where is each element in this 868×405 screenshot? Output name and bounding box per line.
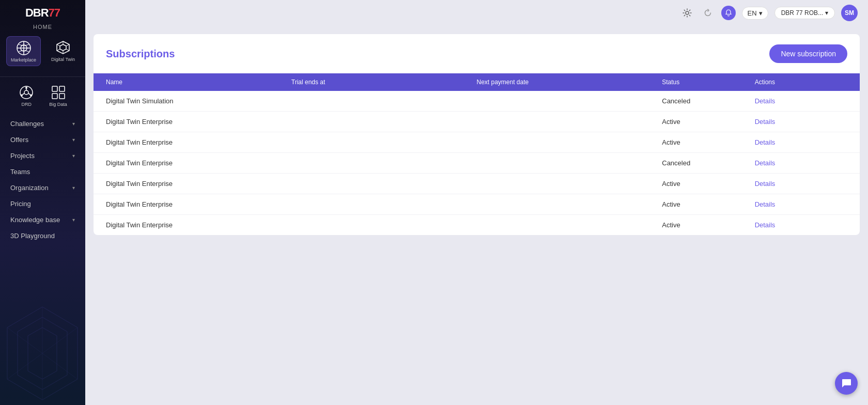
details-link-4[interactable]: Details xyxy=(755,180,776,188)
home-label: HOME xyxy=(33,24,52,30)
col-actions: Actions xyxy=(755,79,847,86)
svg-point-13 xyxy=(24,90,28,95)
sidebar-item-digital-twin[interactable]: Digital Twin xyxy=(47,36,79,66)
refresh-icon[interactable] xyxy=(701,6,715,20)
col-status: Status xyxy=(662,79,754,86)
svg-marker-26 xyxy=(28,328,57,379)
notification-button[interactable] xyxy=(721,6,736,20)
digital-twin-icon xyxy=(55,39,71,56)
cell-name-0: Digital Twin Simulation xyxy=(106,97,291,105)
cell-status-5: Active xyxy=(662,200,754,208)
col-trial: Trial ends at xyxy=(291,79,477,86)
cell-action-4: Details xyxy=(755,180,847,188)
svg-line-28 xyxy=(7,328,78,379)
cell-name-1: Digital Twin Enterprise xyxy=(106,118,291,126)
subscriptions-card: Subscriptions New subscription Name Tria… xyxy=(94,34,860,235)
language-selector[interactable]: EN ▾ xyxy=(742,7,768,20)
svg-marker-25 xyxy=(18,317,67,390)
digital-twin-label: Digital Twin xyxy=(51,57,75,62)
settings-icon[interactable] xyxy=(680,6,694,20)
sidebar-nav-item-challenges[interactable]: Challenges ▾ xyxy=(6,116,79,131)
table-row: Digital Twin Enterprise Active Details xyxy=(94,215,860,235)
drd-icon xyxy=(18,84,35,101)
lang-chevron: ▾ xyxy=(759,9,763,17)
sidebar-nav-item-organization[interactable]: Organization ▾ xyxy=(6,180,79,195)
table-header: Name Trial ends at Next payment date Sta… xyxy=(94,73,860,91)
nav-label-offers: Offers xyxy=(10,136,28,144)
table-row: Digital Twin Enterprise Active Details xyxy=(94,194,860,215)
cell-name-4: Digital Twin Enterprise xyxy=(106,180,291,188)
sidebar-nav-item-projects[interactable]: Projects ▾ xyxy=(6,148,79,163)
svg-rect-23 xyxy=(59,94,65,99)
cell-name-6: Digital Twin Enterprise xyxy=(106,221,291,229)
cell-action-0: Details xyxy=(755,97,847,105)
sidebar: DBR77 HOME Marketplace xyxy=(0,0,85,405)
cell-action-2: Details xyxy=(755,138,847,146)
svg-line-18 xyxy=(28,94,30,95)
sidebar-nav-item-teams[interactable]: Teams xyxy=(6,164,79,179)
sidebar-bg-graphic xyxy=(0,302,85,405)
svg-line-7 xyxy=(66,44,69,46)
sidebar-nav: Challenges ▾ Offers ▾ Projects ▾ Teams O… xyxy=(0,116,85,243)
big-data-icon xyxy=(50,84,67,101)
svg-line-11 xyxy=(57,44,60,46)
table-body: Digital Twin Simulation Canceled Details… xyxy=(94,91,860,235)
nav-chevron-challenges: ▾ xyxy=(72,121,75,127)
avatar[interactable]: SM xyxy=(841,5,858,21)
cell-status-0: Canceled xyxy=(662,97,754,105)
cell-status-6: Active xyxy=(662,221,754,229)
details-link-0[interactable]: Details xyxy=(755,97,776,105)
details-link-2[interactable]: Details xyxy=(755,138,776,146)
details-link-3[interactable]: Details xyxy=(755,159,776,167)
table-row: Digital Twin Enterprise Active Details xyxy=(94,174,860,194)
logo-dbr: DBR xyxy=(25,6,49,19)
svg-point-30 xyxy=(686,11,689,14)
nav-label-pricing: Pricing xyxy=(10,200,31,208)
sidebar-nav-item-pricing[interactable]: Pricing xyxy=(6,196,79,211)
details-link-5[interactable]: Details xyxy=(755,200,776,208)
cell-status-1: Active xyxy=(662,118,754,126)
nav-chevron-offers: ▾ xyxy=(72,137,75,143)
sidebar-item-marketplace[interactable]: Marketplace xyxy=(6,36,41,66)
nav-chevron-projects: ▾ xyxy=(72,153,75,159)
main-content: EN ▾ DBR 77 ROB... ▾ SM Subscriptions Ne… xyxy=(85,0,868,405)
header: EN ▾ DBR 77 ROB... ▾ SM xyxy=(85,0,868,26)
nav-label-challenges: Challenges xyxy=(10,120,44,128)
new-subscription-button[interactable]: New subscription xyxy=(769,44,847,63)
details-link-1[interactable]: Details xyxy=(755,118,776,126)
col-payment: Next payment date xyxy=(477,79,662,86)
sidebar-nav-item-offers[interactable]: Offers ▾ xyxy=(6,132,79,147)
content-area: Subscriptions New subscription Name Tria… xyxy=(85,26,868,405)
table-row: Digital Twin Enterprise Active Details xyxy=(94,112,860,132)
svg-line-29 xyxy=(7,328,78,379)
cell-name-5: Digital Twin Enterprise xyxy=(106,200,291,208)
logo-number: 77 xyxy=(49,6,60,19)
cell-action-3: Details xyxy=(755,159,847,167)
marketplace-label: Marketplace xyxy=(11,57,36,63)
table-row: Digital Twin Enterprise Active Details xyxy=(94,132,860,153)
cell-status-3: Canceled xyxy=(662,159,754,167)
cell-action-5: Details xyxy=(755,200,847,208)
cell-status-2: Active xyxy=(662,138,754,146)
org-chevron: ▾ xyxy=(825,9,828,17)
cell-name-3: Digital Twin Enterprise xyxy=(106,159,291,167)
lang-label: EN xyxy=(748,9,757,17)
content-header: Subscriptions New subscription xyxy=(94,34,860,73)
svg-rect-22 xyxy=(52,94,57,99)
cell-action-6: Details xyxy=(755,221,847,229)
sidebar-nav-item-knowledge-base[interactable]: Knowledge base ▾ xyxy=(6,212,79,227)
sidebar-icons-row1: Marketplace Digital Twin xyxy=(6,36,79,66)
svg-point-15 xyxy=(30,95,32,97)
sidebar-item-drd[interactable]: DRD xyxy=(14,81,39,110)
cell-status-4: Active xyxy=(662,180,754,188)
org-selector[interactable]: DBR 77 ROB... ▾ xyxy=(774,7,835,19)
svg-line-8 xyxy=(66,49,69,51)
cell-action-1: Details xyxy=(755,118,847,126)
big-data-label: Big Data xyxy=(49,102,67,107)
chat-button[interactable] xyxy=(835,372,858,395)
details-link-6[interactable]: Details xyxy=(755,221,776,229)
nav-label-organization: Organization xyxy=(10,184,49,192)
marketplace-icon xyxy=(16,40,32,56)
sidebar-item-big-data[interactable]: Big Data xyxy=(45,81,71,110)
sidebar-nav-item-3d-playground[interactable]: 3D Playground xyxy=(6,228,79,243)
